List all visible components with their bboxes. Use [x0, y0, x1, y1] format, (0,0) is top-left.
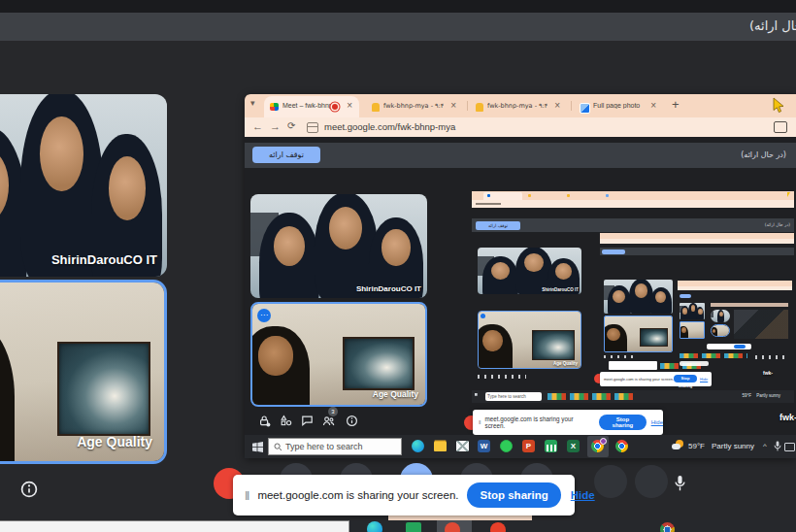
drag-handle[interactable]: ‖: [479, 419, 481, 425]
chrome-icon-active[interactable]: [445, 522, 460, 532]
whatsapp-icon[interactable]: [500, 440, 513, 452]
share-notification: ‖ meet.google.com is sharing your screen…: [233, 475, 575, 515]
tab-title: fwk-bhnp-mya - ۹:۴۷ (ارائه): [383, 102, 444, 110]
file-explorer-icon[interactable]: [434, 442, 447, 451]
tray-mic-icon[interactable]: [774, 441, 781, 451]
browser-tabstrip: ▾ Meet – fwk-bhnp-mya × fwk-bhnp-mya - ۹…: [245, 94, 796, 117]
wall-painting: [343, 337, 415, 390]
person-silhouette: [259, 213, 319, 298]
mini-favicon: [528, 194, 531, 197]
captions-button[interactable]: [594, 465, 627, 498]
host-controls-icon[interactable]: [258, 415, 272, 428]
weather-temp[interactable]: 59°F: [688, 442, 705, 450]
mini-favicon: [606, 194, 609, 197]
taskbar-search-input[interactable]: Type here to search: [268, 438, 402, 455]
mini-presenting-banner: توقف ارائه (در حال ارائه): [472, 218, 794, 232]
tab-divider: [467, 101, 468, 111]
activities-icon[interactable]: [280, 415, 293, 428]
browser-tab-2[interactable]: fwk-bhnp-mya - ۹:۴۷ (ارائه) ×: [367, 96, 462, 117]
start-icon[interactable]: [252, 442, 263, 452]
browser-tab-photo[interactable]: Full page photo ×: [575, 96, 662, 117]
inner-video-tile-women[interactable]: ShirinDarouCO IT: [250, 194, 427, 298]
tile-name-label: ShirinDarouCO IT: [356, 284, 421, 293]
edge-icon[interactable]: [367, 521, 382, 532]
edge-icon[interactable]: [412, 440, 424, 452]
mail-icon[interactable]: [456, 441, 469, 451]
drag-handle[interactable]: ‖: [245, 488, 249, 503]
stop-sharing-button[interactable]: Stop sharing: [467, 482, 560, 508]
tab-title: Meet – fwk-bhnp-mya: [282, 102, 337, 109]
presenting-status-text: (در حال ارائه): [741, 150, 786, 159]
tab-close-icon[interactable]: ×: [554, 100, 560, 111]
cast-save-icon[interactable]: [774, 121, 787, 133]
tile-more-menu-button[interactable]: ⋯: [257, 309, 271, 322]
back-icon[interactable]: ←: [252, 120, 263, 132]
hide-link[interactable]: Hide: [651, 419, 663, 425]
tray-display-icon[interactable]: [784, 443, 795, 451]
tab-close-icon[interactable]: ×: [450, 100, 456, 111]
tray-expand-chevron[interactable]: ^: [763, 442, 767, 450]
participants-count-badge: 3: [328, 407, 338, 416]
presenting-status-text: (در حال ارائه): [749, 18, 796, 33]
participants-icon[interactable]: [322, 415, 336, 428]
mini-start-icon: [475, 393, 481, 399]
webcam-photo-women: [250, 194, 427, 298]
mini-tabstrip: [472, 191, 794, 200]
weather-icon[interactable]: [672, 440, 683, 451]
info-icon[interactable]: [346, 415, 359, 428]
window-titlebar: [0, 0, 796, 13]
reload-icon[interactable]: ⟳: [287, 120, 295, 131]
url-text[interactable]: meet.google.com/fwk-bhnp-mya: [324, 121, 455, 132]
mini-weather-desc: Partly sunny: [756, 393, 780, 398]
browser-tab-3[interactable]: fwk-bhnp-mya - ۹:۴۷ (ارائه) ×: [471, 96, 566, 117]
chrome-icon-2[interactable]: [615, 440, 628, 452]
stop-sharing-button[interactable]: Stop sharing: [599, 415, 646, 430]
mini-video-tile-women: ShirinDarouCO IT: [478, 248, 581, 294]
wall-painting: [57, 342, 151, 437]
mini-presenting-status: (در حال ارائه): [765, 222, 790, 227]
hand-raise-button[interactable]: [635, 465, 668, 498]
tab-close-icon[interactable]: ×: [347, 100, 352, 111]
video-tile-women[interactable]: ShirinDarouCO IT: [0, 94, 167, 277]
search-placeholder: Type here to search: [285, 442, 363, 451]
excel-icon[interactable]: [406, 522, 421, 532]
word-icon[interactable]: W: [478, 440, 490, 452]
mini-page: توقف ارائه (در حال ارائه) ShirinDarouCO …: [472, 208, 794, 403]
browser-tab-meet[interactable]: Meet – fwk-bhnp-mya ×: [264, 96, 359, 117]
tab-title: fwk-bhnp-mya - ۹:۴۷ (ارائه): [487, 102, 547, 110]
chrome-profile-badge: [600, 438, 607, 445]
mini-video-tile-man: Age Quality: [478, 311, 581, 369]
inner-video-tile-man-active[interactable]: ⋯ Age Quality: [250, 302, 427, 407]
weather-desc[interactable]: Partly sunny: [712, 442, 754, 450]
mini-taskbar: Type here to search 59°F Partly sunny: [472, 390, 794, 403]
tab-close-icon[interactable]: ×: [650, 100, 656, 111]
stop-presenting-button[interactable]: توقف ارائه: [252, 147, 320, 163]
mini-share-message: meet.google.com is sharing your screen.: [604, 377, 674, 382]
mini-presentation-label: fwk-: [763, 370, 773, 376]
site-settings-icon[interactable]: [307, 122, 318, 133]
hand-favicon: [476, 103, 483, 112]
chat-icon[interactable]: [301, 415, 315, 428]
hide-link[interactable]: Hide: [571, 489, 595, 501]
excel-icon[interactable]: X: [567, 440, 580, 452]
tile-name-label: Age Quality: [77, 434, 152, 449]
powerpoint-icon[interactable]: P: [522, 440, 535, 452]
app-icon-colorful[interactable]: [660, 522, 675, 532]
new-tab-button[interactable]: +: [672, 97, 680, 112]
video-tile-man-active[interactable]: Age Quality: [0, 280, 167, 464]
mini-tile-label: Age Quality: [553, 361, 578, 366]
mini-search-box: Type here to search: [485, 392, 542, 401]
presentation-label-fragment: fwk-: [779, 413, 796, 422]
forward-icon[interactable]: →: [270, 120, 281, 132]
analytics-icon[interactable]: [545, 440, 557, 452]
presentation-tile[interactable]: ▾ Meet – fwk-bhnp-mya × fwk-bhnp-mya - ۹…: [245, 94, 796, 458]
real-taskbar: [0, 520, 796, 532]
real-search-box[interactable]: [0, 520, 349, 532]
inner-taskbar: Type here to search W P X 59°F Partly su…: [245, 435, 796, 458]
tab-divider: [571, 101, 572, 111]
meeting-details-info-button[interactable]: [19, 480, 39, 499]
tab-search-chevron-icon[interactable]: ▾: [250, 98, 255, 108]
photo-favicon: [580, 103, 590, 114]
app-icon-red[interactable]: [490, 522, 506, 532]
share-message: meet.google.com is sharing your screen.: [484, 416, 594, 429]
